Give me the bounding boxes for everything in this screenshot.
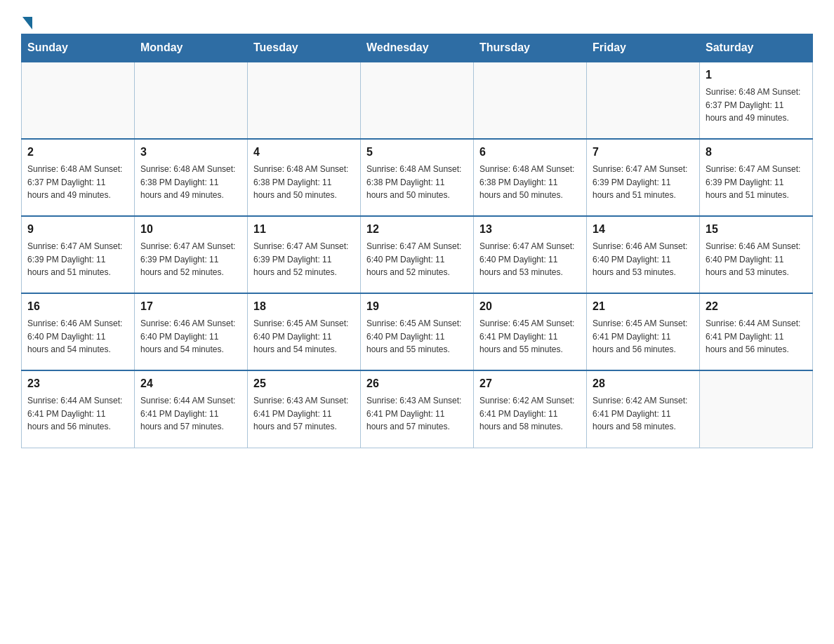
calendar-cell: 18Sunrise: 6:45 AM Sunset: 6:40 PM Dayli… (248, 293, 361, 370)
day-info: Sunrise: 6:45 AM Sunset: 6:41 PM Dayligh… (479, 317, 581, 356)
day-number: 15 (706, 221, 807, 238)
day-number: 20 (479, 298, 581, 315)
calendar-cell: 9Sunrise: 6:47 AM Sunset: 6:39 PM Daylig… (22, 216, 135, 293)
calendar-cell: 19Sunrise: 6:45 AM Sunset: 6:40 PM Dayli… (361, 293, 474, 370)
day-info: Sunrise: 6:43 AM Sunset: 6:41 PM Dayligh… (253, 394, 355, 434)
day-info: Sunrise: 6:47 AM Sunset: 6:39 PM Dayligh… (706, 163, 807, 202)
day-info: Sunrise: 6:43 AM Sunset: 6:41 PM Dayligh… (366, 394, 468, 434)
day-info: Sunrise: 6:44 AM Sunset: 6:41 PM Dayligh… (27, 394, 128, 434)
calendar-table: SundayMondayTuesdayWednesdayThursdayFrid… (21, 34, 813, 448)
day-info: Sunrise: 6:48 AM Sunset: 6:37 PM Dayligh… (706, 86, 807, 125)
day-info: Sunrise: 6:46 AM Sunset: 6:40 PM Dayligh… (27, 317, 128, 356)
day-info: Sunrise: 6:42 AM Sunset: 6:41 PM Dayligh… (593, 394, 694, 434)
day-info: Sunrise: 6:47 AM Sunset: 6:40 PM Dayligh… (366, 240, 468, 279)
calendar-week-row: 9Sunrise: 6:47 AM Sunset: 6:39 PM Daylig… (22, 216, 813, 293)
calendar-cell (22, 62, 135, 139)
day-number: 2 (27, 144, 128, 161)
day-number: 24 (140, 375, 241, 392)
day-number: 5 (366, 144, 468, 161)
calendar-cell (361, 62, 474, 139)
calendar-cell: 15Sunrise: 6:46 AM Sunset: 6:40 PM Dayli… (700, 216, 813, 293)
calendar-cell: 11Sunrise: 6:47 AM Sunset: 6:39 PM Dayli… (248, 216, 361, 293)
calendar-cell: 17Sunrise: 6:46 AM Sunset: 6:40 PM Dayli… (135, 293, 248, 370)
day-number: 22 (706, 298, 807, 315)
day-number: 10 (140, 221, 241, 238)
calendar-cell: 7Sunrise: 6:47 AM Sunset: 6:39 PM Daylig… (587, 139, 700, 216)
calendar-cell (474, 62, 587, 139)
day-number: 7 (593, 144, 694, 161)
day-number: 18 (253, 298, 355, 315)
calendar-cell: 3Sunrise: 6:48 AM Sunset: 6:38 PM Daylig… (135, 139, 248, 216)
day-info: Sunrise: 6:48 AM Sunset: 6:38 PM Dayligh… (140, 163, 241, 202)
day-number: 8 (706, 144, 807, 161)
calendar-week-row: 23Sunrise: 6:44 AM Sunset: 6:41 PM Dayli… (22, 370, 813, 448)
calendar-cell: 13Sunrise: 6:47 AM Sunset: 6:40 PM Dayli… (474, 216, 587, 293)
calendar-cell: 12Sunrise: 6:47 AM Sunset: 6:40 PM Dayli… (361, 216, 474, 293)
day-number: 17 (140, 298, 241, 315)
day-number: 9 (27, 221, 128, 238)
day-number: 11 (253, 221, 355, 238)
day-info: Sunrise: 6:45 AM Sunset: 6:40 PM Dayligh… (253, 317, 355, 356)
calendar-cell: 20Sunrise: 6:45 AM Sunset: 6:41 PM Dayli… (474, 293, 587, 370)
logo-arrow-icon (22, 17, 32, 29)
calendar-cell (587, 62, 700, 139)
calendar-cell: 14Sunrise: 6:46 AM Sunset: 6:40 PM Dayli… (587, 216, 700, 293)
calendar-cell (248, 62, 361, 139)
day-info: Sunrise: 6:47 AM Sunset: 6:39 PM Dayligh… (27, 240, 128, 279)
calendar-week-row: 16Sunrise: 6:46 AM Sunset: 6:40 PM Dayli… (22, 293, 813, 370)
day-info: Sunrise: 6:47 AM Sunset: 6:39 PM Dayligh… (593, 163, 694, 202)
day-info: Sunrise: 6:45 AM Sunset: 6:41 PM Dayligh… (593, 317, 694, 356)
day-info: Sunrise: 6:46 AM Sunset: 6:40 PM Dayligh… (140, 317, 241, 356)
calendar-cell: 10Sunrise: 6:47 AM Sunset: 6:39 PM Dayli… (135, 216, 248, 293)
day-info: Sunrise: 6:48 AM Sunset: 6:38 PM Dayligh… (479, 163, 581, 202)
calendar-cell: 25Sunrise: 6:43 AM Sunset: 6:41 PM Dayli… (248, 370, 361, 448)
day-number: 12 (366, 221, 468, 238)
calendar-cell: 22Sunrise: 6:44 AM Sunset: 6:41 PM Dayli… (700, 293, 813, 370)
day-info: Sunrise: 6:48 AM Sunset: 6:38 PM Dayligh… (253, 163, 355, 202)
day-number: 14 (593, 221, 694, 238)
day-number: 19 (366, 298, 468, 315)
day-of-week-header: Saturday (700, 34, 813, 62)
day-info: Sunrise: 6:44 AM Sunset: 6:41 PM Dayligh… (140, 394, 241, 434)
day-info: Sunrise: 6:42 AM Sunset: 6:41 PM Dayligh… (479, 394, 581, 434)
day-number: 25 (253, 375, 355, 392)
day-info: Sunrise: 6:48 AM Sunset: 6:38 PM Dayligh… (366, 163, 468, 202)
day-info: Sunrise: 6:48 AM Sunset: 6:37 PM Dayligh… (27, 163, 128, 202)
calendar-cell: 4Sunrise: 6:48 AM Sunset: 6:38 PM Daylig… (248, 139, 361, 216)
calendar-cell (700, 370, 813, 448)
day-info: Sunrise: 6:47 AM Sunset: 6:39 PM Dayligh… (253, 240, 355, 279)
calendar-header-row: SundayMondayTuesdayWednesdayThursdayFrid… (22, 34, 813, 62)
calendar-cell: 21Sunrise: 6:45 AM Sunset: 6:41 PM Dayli… (587, 293, 700, 370)
day-number: 16 (27, 298, 128, 315)
day-number: 1 (706, 67, 807, 83)
calendar-cell: 16Sunrise: 6:46 AM Sunset: 6:40 PM Dayli… (22, 293, 135, 370)
calendar-cell: 8Sunrise: 6:47 AM Sunset: 6:39 PM Daylig… (700, 139, 813, 216)
day-of-week-header: Monday (135, 34, 248, 62)
day-number: 6 (479, 144, 581, 161)
logo (21, 14, 32, 27)
calendar-cell: 6Sunrise: 6:48 AM Sunset: 6:38 PM Daylig… (474, 139, 587, 216)
day-number: 13 (479, 221, 581, 238)
day-number: 28 (593, 375, 694, 392)
calendar-cell: 24Sunrise: 6:44 AM Sunset: 6:41 PM Dayli… (135, 370, 248, 448)
day-number: 23 (27, 375, 128, 392)
calendar-cell: 28Sunrise: 6:42 AM Sunset: 6:41 PM Dayli… (587, 370, 700, 448)
calendar-cell: 5Sunrise: 6:48 AM Sunset: 6:38 PM Daylig… (361, 139, 474, 216)
day-info: Sunrise: 6:46 AM Sunset: 6:40 PM Dayligh… (593, 240, 694, 279)
day-of-week-header: Friday (587, 34, 700, 62)
day-of-week-header: Thursday (474, 34, 587, 62)
calendar-cell: 26Sunrise: 6:43 AM Sunset: 6:41 PM Dayli… (361, 370, 474, 448)
calendar-week-row: 2Sunrise: 6:48 AM Sunset: 6:37 PM Daylig… (22, 139, 813, 216)
calendar-cell: 23Sunrise: 6:44 AM Sunset: 6:41 PM Dayli… (22, 370, 135, 448)
page-header (21, 14, 813, 27)
calendar-cell: 1Sunrise: 6:48 AM Sunset: 6:37 PM Daylig… (700, 62, 813, 139)
calendar-cell: 2Sunrise: 6:48 AM Sunset: 6:37 PM Daylig… (22, 139, 135, 216)
day-number: 3 (140, 144, 241, 161)
day-of-week-header: Wednesday (361, 34, 474, 62)
day-number: 21 (593, 298, 694, 315)
day-of-week-header: Sunday (22, 34, 135, 62)
day-of-week-header: Tuesday (248, 34, 361, 62)
day-info: Sunrise: 6:47 AM Sunset: 6:39 PM Dayligh… (140, 240, 241, 279)
day-number: 4 (253, 144, 355, 161)
day-number: 27 (479, 375, 581, 392)
